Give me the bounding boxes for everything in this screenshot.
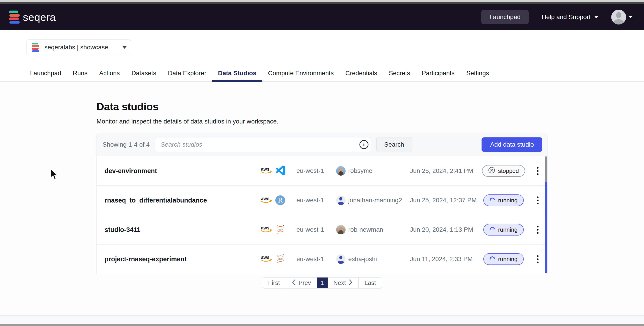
status-label: running (498, 197, 518, 204)
pagination-last-button[interactable]: Last (358, 277, 382, 288)
help-and-support-menu[interactable]: Help and Support (542, 14, 598, 21)
workspace-selector[interactable]: seqeralabs | showcase (26, 40, 131, 55)
region: eu-west-1 (296, 255, 336, 263)
region: eu-west-1 (296, 197, 336, 204)
tab-compute-environments[interactable]: Compute Environments (262, 70, 340, 81)
seqera-logo[interactable]: seqera (9, 11, 56, 24)
svg-text:aws: aws (261, 255, 270, 260)
chevron-down-icon (122, 46, 126, 49)
user-avatar (336, 196, 346, 205)
browser-chrome-bottom (0, 324, 644, 326)
tab-participants[interactable]: Participants (416, 70, 460, 81)
help-and-support-label: Help and Support (542, 14, 590, 21)
user-avatar (336, 254, 346, 264)
user-avatar-icon (611, 10, 626, 25)
chevron-down-icon (594, 16, 598, 19)
tab-secrets[interactable]: Secrets (383, 70, 416, 81)
table-row[interactable]: rnaseq_to_differentialabundance aws R eu… (97, 186, 547, 215)
running-spinner-icon (488, 226, 496, 233)
pagination-prev-button[interactable]: Prev (286, 277, 317, 288)
status-label: stopped (498, 167, 519, 174)
row-menu-button[interactable] (535, 194, 541, 207)
tab-data-studios[interactable]: Data Studios (212, 70, 262, 81)
search-input-group: i (155, 137, 371, 152)
svg-text:jupyter: jupyter (277, 228, 283, 231)
user-avatar (336, 225, 346, 234)
tab-settings[interactable]: Settings (460, 70, 495, 81)
table-row[interactable]: dev-environment aws eu-west-1 robsyme Ju… (97, 156, 547, 186)
user-avatar (336, 166, 346, 176)
platform-icons: aws R (260, 195, 296, 205)
tab-credentials[interactable]: Credentials (340, 70, 383, 81)
add-data-studio-button[interactable]: Add data studio (482, 137, 542, 152)
svg-text:aws: aws (261, 225, 270, 230)
running-spinner-icon (488, 196, 496, 204)
seqera-mark-icon (32, 43, 39, 52)
stopped-circle-x-icon (488, 167, 495, 175)
launchpad-button[interactable]: Launchpad (481, 10, 529, 24)
aws-icon: aws (260, 196, 273, 205)
vscode-icon (275, 165, 285, 176)
scrollbar-thumb[interactable] (545, 156, 547, 182)
status-badge: running (483, 224, 524, 235)
chevron-right-icon (349, 279, 352, 287)
studios-toolbar: Showing 1-4 of 4 i Search Add data studi… (97, 133, 547, 156)
platform-icons: aws jupyter (260, 253, 296, 265)
row-menu-button[interactable] (535, 224, 541, 236)
platform-icons: aws (260, 165, 296, 176)
row-menu-button[interactable] (535, 165, 541, 177)
user-name: robsyme (348, 167, 372, 174)
pagination-page-1[interactable]: 1 (317, 277, 328, 288)
pagination-prev-label: Prev (298, 279, 311, 286)
r-studio-icon: R (275, 195, 285, 205)
workspace-dropdown-button[interactable] (118, 40, 131, 55)
brand-wordmark: seqera (23, 11, 56, 23)
created-date: Jun 25, 2024, 2:41 PM (410, 167, 479, 174)
created-date: Jun 25, 2024, 12:37 PM (410, 197, 479, 204)
region: eu-west-1 (296, 167, 336, 174)
user-avatar-menu[interactable] (611, 10, 632, 25)
app-header: seqera Launchpad Help and Support (0, 4, 644, 30)
aws-icon: aws (260, 225, 273, 234)
browser-chrome-top (0, 0, 644, 2)
user-name: rob-newman (348, 226, 383, 233)
svg-text:jupyter: jupyter (277, 258, 283, 260)
app-window: seqera Launchpad Help and Support seqera… (0, 0, 644, 326)
user-cell: jonathan-manning2 (336, 196, 410, 205)
tab-data-explorer[interactable]: Data Explorer (162, 70, 212, 81)
tab-launchpad[interactable]: Launchpad (24, 70, 67, 81)
created-date: Jun 20, 2024, 1:13 PM (410, 226, 479, 233)
pagination: First Prev 1 Next Last (262, 277, 382, 288)
status-badge: stopped (482, 165, 525, 177)
workspace-bar: seqeralabs | showcase (0, 30, 644, 55)
running-spinner-icon (488, 255, 496, 263)
jupyter-icon: jupyter (275, 253, 286, 265)
table-row[interactable]: studio-3411 aws jupyter eu-west-1 rob-ne… (97, 215, 547, 244)
studio-name: studio-3411 (104, 226, 260, 233)
pagination-first-button[interactable]: First (262, 277, 286, 288)
studio-name: dev-environment (104, 167, 260, 175)
status-label: running (498, 256, 518, 263)
search-info-button[interactable]: i (357, 137, 371, 152)
search-button[interactable]: Search (376, 137, 412, 152)
workspace-tabs: Launchpad Runs Actions Datasets Data Exp… (0, 70, 644, 82)
browser-chrome-edge (0, 2, 644, 4)
pagination-next-button[interactable]: Next (328, 277, 358, 288)
tab-actions[interactable]: Actions (93, 70, 126, 81)
svg-text:aws: aws (261, 167, 270, 172)
svg-text:aws: aws (261, 196, 270, 201)
page-title: Data studios (96, 101, 644, 113)
tab-runs[interactable]: Runs (67, 70, 93, 81)
info-icon: i (360, 140, 368, 149)
table-row[interactable]: project-rnaseq-experiment aws jupyter eu… (97, 244, 547, 274)
tab-datasets[interactable]: Datasets (126, 70, 162, 81)
jupyter-icon: jupyter (275, 224, 286, 235)
table-scrollbar[interactable] (545, 156, 547, 273)
created-date: Jun 11, 2024, 2:33 PM (410, 255, 479, 263)
status-label: running (498, 226, 518, 233)
search-input[interactable] (155, 137, 357, 152)
row-menu-button[interactable] (535, 253, 541, 265)
chevron-down-icon (629, 16, 632, 18)
workspace-name: seqeralabs | showcase (44, 44, 108, 51)
aws-icon: aws (260, 166, 273, 175)
